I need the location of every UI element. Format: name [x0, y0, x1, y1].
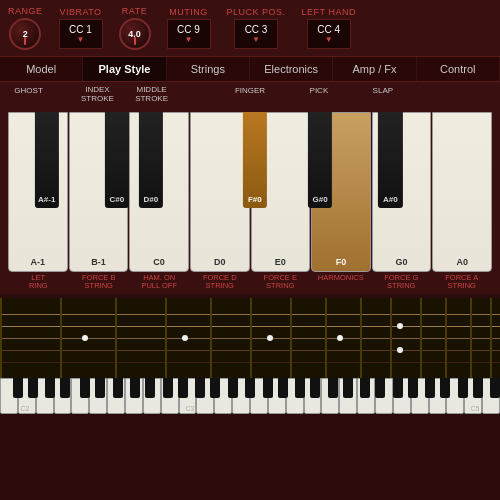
top-bar: RANGE 2 VIBRATO CC 1 ▼ RATE 4.0 MUTING C… [0, 0, 500, 57]
mini-white-18[interactable] [304, 378, 322, 414]
mini-white-4[interactable] [54, 378, 72, 414]
pluck-pos-label: PLUCK POS. [227, 7, 286, 17]
fret-dot-1 [82, 335, 88, 341]
black-key-cs0[interactable]: C#0 [105, 112, 129, 208]
fret-10 [420, 298, 422, 378]
mini-label-c3: C3 [186, 405, 195, 412]
white-key-d0[interactable]: D0 [190, 112, 250, 272]
mini-white-7[interactable] [107, 378, 125, 414]
mini-white-20[interactable] [339, 378, 357, 414]
muting-label: MUTING [169, 7, 208, 17]
bottom-label-harmonics: HARMONICS [311, 274, 372, 294]
rate-label: RATE [122, 6, 147, 16]
key-labels-above: GHOST INDEX STROKE MIDDLE STROKE FINGER … [4, 86, 496, 110]
fret-7 [325, 298, 327, 378]
vibrato-label: VIBRATO [59, 7, 101, 17]
fret-dot-4 [337, 335, 343, 341]
label-ghost: GHOST [14, 86, 42, 95]
mini-white-26[interactable] [446, 378, 464, 414]
mini-white-23[interactable] [393, 378, 411, 414]
fret-8 [360, 298, 362, 378]
range-group: RANGE 2 [8, 6, 43, 50]
bottom-label-ham-on: HAM. ONPULL OFF [129, 274, 190, 294]
app-root: RANGE 2 VIBRATO CC 1 ▼ RATE 4.0 MUTING C… [0, 0, 500, 414]
black-key-as0[interactable]: A#0 [378, 112, 402, 208]
bottom-label-force-g: FORCE GSTRING [371, 274, 432, 294]
bottom-labels: LETRING FORCE BSTRING HAM. ONPULL OFF FO… [8, 274, 492, 294]
black-key-as-1[interactable]: A#-1 [35, 112, 59, 208]
mini-white-6[interactable] [89, 378, 107, 414]
mini-white-17[interactable] [286, 378, 304, 414]
label-slap: SLAP [373, 86, 393, 95]
tab-electronics[interactable]: Electronics [250, 57, 333, 81]
fret-dot-5a [397, 323, 403, 329]
piano: A-1 B-1 C0 D0 E0 F0 G0 [8, 112, 492, 272]
mini-white-13[interactable] [214, 378, 232, 414]
fret-dot-5b [397, 347, 403, 353]
muting-cc[interactable]: CC 9 ▼ [167, 19, 211, 49]
fret-6 [290, 298, 292, 378]
fret-11 [445, 298, 447, 378]
bottom-label-force-e: FORCE ESTRING [250, 274, 311, 294]
mini-label-c2: C2 [21, 405, 30, 412]
mini-white-21[interactable] [357, 378, 375, 414]
mini-white-1[interactable] [0, 378, 18, 414]
fret-0 [0, 298, 2, 378]
vibrato-cc[interactable]: CC 1 ▼ [59, 19, 103, 49]
mini-label-c5: C5 [471, 405, 480, 412]
mini-white-5[interactable] [71, 378, 89, 414]
mini-white-15[interactable] [250, 378, 268, 414]
label-pick: PICK [310, 86, 329, 95]
mini-white-3[interactable] [36, 378, 54, 414]
fret-dot-2 [182, 335, 188, 341]
left-hand-label: LEFT HAND [302, 7, 356, 17]
black-key-gs0[interactable]: G#0 [308, 112, 332, 208]
fret-12 [470, 298, 472, 378]
fret-dot-3 [267, 335, 273, 341]
mini-white-22[interactable] [375, 378, 393, 414]
black-key-fs0[interactable]: F#0 [243, 112, 267, 208]
fret-5 [250, 298, 252, 378]
rate-knob[interactable]: 4.0 [119, 18, 151, 50]
tab-amp-fx[interactable]: Amp / Fx [333, 57, 416, 81]
mini-white-8[interactable] [125, 378, 143, 414]
black-key-ds0[interactable]: D#0 [139, 112, 163, 208]
tab-model[interactable]: Model [0, 57, 83, 81]
range-label: RANGE [8, 6, 43, 16]
fret-2 [115, 298, 117, 378]
tab-play-style[interactable]: Play Style [83, 57, 166, 81]
bottom-label-force-b: FORCE BSTRING [69, 274, 130, 294]
mini-white-19[interactable] [321, 378, 339, 414]
fret-13 [490, 298, 492, 378]
range-knob[interactable]: 2 [9, 18, 41, 50]
muting-group: MUTING CC 9 ▼ [167, 7, 211, 49]
tab-strings[interactable]: Strings [167, 57, 250, 81]
mini-white-10[interactable] [161, 378, 179, 414]
bottom-label-force-d: FORCE DSTRING [190, 274, 251, 294]
mini-white-25[interactable] [429, 378, 447, 414]
mini-keyboard: C2 C3 C5 [0, 378, 500, 414]
fret-9 [390, 298, 392, 378]
vibrato-group: VIBRATO CC 1 ▼ [59, 7, 103, 49]
mini-white-12[interactable] [196, 378, 214, 414]
label-index-stroke: INDEX STROKE [81, 86, 114, 104]
tab-bar: Model Play Style Strings Electronics Amp… [0, 57, 500, 82]
mini-white-28[interactable] [482, 378, 500, 414]
white-key-a0[interactable]: A0 [432, 112, 492, 272]
bottom-label-let-ring: LETRING [8, 274, 69, 294]
pluck-pos-cc[interactable]: CC 3 ▼ [234, 19, 278, 49]
mini-white-24[interactable] [411, 378, 429, 414]
left-hand-group: LEFT HAND CC 4 ▼ [302, 7, 356, 49]
tab-control[interactable]: Control [417, 57, 500, 81]
left-hand-cc[interactable]: CC 4 ▼ [307, 19, 351, 49]
fret-1 [60, 298, 62, 378]
bottom-label-force-a: FORCE ASTRING [432, 274, 493, 294]
mini-white-9[interactable] [143, 378, 161, 414]
fret-4 [210, 298, 212, 378]
mini-white-14[interactable] [232, 378, 250, 414]
pluck-pos-group: PLUCK POS. CC 3 ▼ [227, 7, 286, 49]
rate-group: RATE 4.0 [119, 6, 151, 50]
keyboard-area: GHOST INDEX STROKE MIDDLE STROKE FINGER … [0, 82, 500, 294]
label-middle-stroke: MIDDLE STROKE [135, 86, 168, 104]
mini-white-16[interactable] [268, 378, 286, 414]
